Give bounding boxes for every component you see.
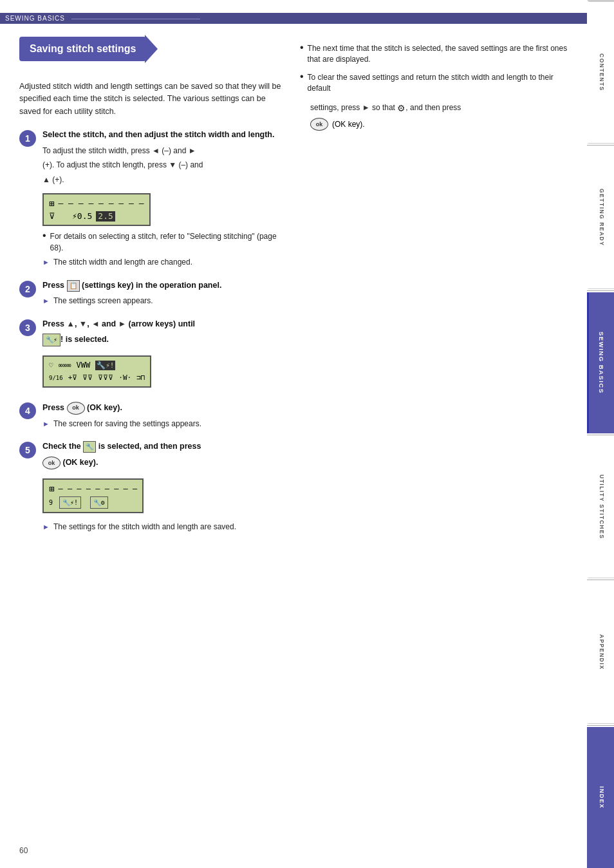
step-4: 4 Press ok (OK key). ► The screen for sa… bbox=[19, 402, 287, 433]
step-1: 1 Select the stitch, and then adjust the… bbox=[19, 129, 287, 271]
page-number: 60 bbox=[19, 846, 28, 855]
right-bullet-1: • The next time that the stitch is selec… bbox=[300, 43, 568, 66]
step-5: 5 Check the 🔧 is selected, and then pres… bbox=[19, 441, 287, 535]
right-column: • The next time that the stitch is selec… bbox=[300, 37, 568, 544]
step-5-title: Check the 🔧 is selected, and then press bbox=[42, 441, 287, 453]
right-ok-line: ok (OK key). bbox=[310, 118, 568, 131]
intro-text: Adjusted stitch width and length setting… bbox=[19, 80, 287, 118]
step-1-result: ► The stitch width and length are change… bbox=[42, 257, 287, 268]
lcd-display-2: ⊞ — — — — — — — — — 9 🔧⚡! 🔧⚙ bbox=[42, 478, 144, 513]
left-column: Saving stitch settings Adjusted stitch w… bbox=[19, 37, 287, 544]
step-5-content: Check the 🔧 is selected, and then press … bbox=[42, 441, 287, 535]
step-1-content: Select the stitch, and then adjust the s… bbox=[42, 129, 287, 271]
sidebar-tab-utility-stitches[interactable]: UTILITY STITCHES bbox=[587, 437, 614, 578]
sidebar-tab-contents[interactable]: CONTENTS bbox=[587, 0, 614, 144]
step-3-sub: 🔧⚡! is selected. bbox=[42, 334, 287, 346]
right-bullet-2-cont: settings, press ► so that ⚙, and then pr… bbox=[310, 101, 568, 115]
sidebar-tab-appendix[interactable]: APPENDIX bbox=[587, 581, 614, 723]
sidebar-tab-getting-ready[interactable]: GETTING READY bbox=[587, 147, 614, 288]
main-content: SEWING BASICS Saving stitch settings Adj… bbox=[0, 0, 587, 868]
step-1-note: • For details on selecting a stitch, ref… bbox=[42, 231, 287, 254]
step-number-2: 2 bbox=[19, 281, 36, 297]
step-number-1: 1 bbox=[19, 130, 36, 147]
step-1-body: To adjust the stitch width, press ◄ (–) … bbox=[42, 145, 287, 186]
step-number-3: 3 bbox=[19, 319, 36, 336]
sidebar-tab-index[interactable]: INDEX bbox=[587, 727, 614, 868]
step-4-content: Press ok (OK key). ► The screen for savi… bbox=[42, 402, 287, 433]
right-bullet-2: • To clear the saved settings and return… bbox=[300, 72, 568, 95]
step-4-result: ► The screen for saving the settings app… bbox=[42, 419, 287, 429]
step-3: 3 Press ▲, ▼, ◄ and ► (arrow keys) until… bbox=[19, 319, 287, 393]
step-5-result: ► The settings for the stitch width and … bbox=[42, 522, 287, 533]
step-3-title: Press ▲, ▼, ◄ and ► (arrow keys) until bbox=[42, 319, 287, 330]
section-title: Saving stitch settings bbox=[19, 37, 146, 61]
step-number-4: 4 bbox=[19, 402, 36, 419]
stitch-grid-display: ♡ ∞∞∞ VWW 🔧⚡! 9/16 +⊽ ⊽⊽ ⊽⊽⊽ ·W· bbox=[42, 355, 151, 387]
step-2-content: Press 📋 (settings key) in the operation … bbox=[42, 280, 287, 310]
step-2: 2 Press 📋 (settings key) in the operatio… bbox=[19, 280, 287, 310]
top-bar: SEWING BASICS bbox=[0, 13, 587, 24]
sidebar-tab-sewing-basics[interactable]: SEWING BASICS bbox=[587, 292, 614, 433]
step-3-content: Press ▲, ▼, ◄ and ► (arrow keys) until 🔧… bbox=[42, 319, 287, 393]
step-4-title: Press ok (OK key). bbox=[42, 402, 287, 415]
step-number-5: 5 bbox=[19, 442, 36, 458]
step-2-result: ► The settings screen appears. bbox=[42, 296, 287, 307]
step-2-title: Press 📋 (settings key) in the operation … bbox=[42, 280, 287, 292]
sidebar: CONTENTS GETTING READY SEWING BASICS UTI… bbox=[587, 0, 614, 868]
step-1-title: Select the stitch, and then adjust the s… bbox=[42, 129, 287, 141]
step-5-sub: ok (OK key). bbox=[42, 457, 287, 469]
top-bar-label: SEWING BASICS bbox=[5, 15, 65, 22]
lcd-display-1: ⊞ — — — — — — — — — ⊽ ⚡0.5 2.5 bbox=[42, 193, 151, 226]
